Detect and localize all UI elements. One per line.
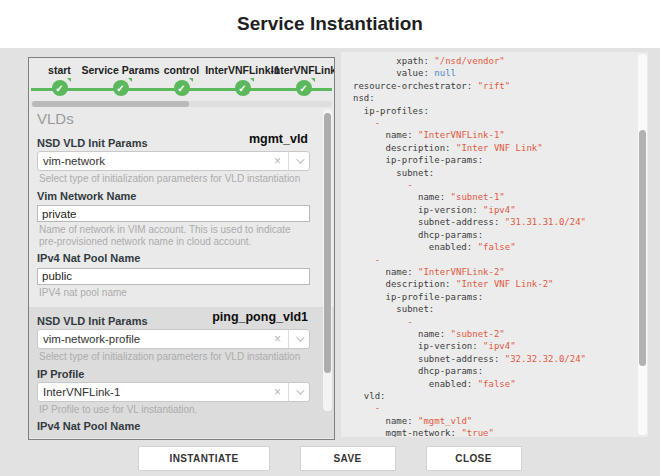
vim-network-name-input[interactable] bbox=[37, 205, 310, 222]
code-line: name: "subnet-2" bbox=[353, 328, 632, 340]
code-line: name: "InterVNFLink-2" bbox=[353, 266, 632, 278]
step-check-icon: ✓ bbox=[52, 80, 68, 96]
wizard-step-label: start bbox=[48, 64, 71, 78]
code-line: subnet-address: "32.32.32.0/24" bbox=[353, 353, 632, 365]
code-line: description: "Inter VNF Link-2" bbox=[353, 278, 632, 290]
step-check-icon: ✓ bbox=[174, 80, 190, 96]
clear-icon[interactable]: × bbox=[267, 152, 289, 170]
wizard-step-service-params[interactable]: Service Params✓ bbox=[90, 58, 151, 100]
form-field: Vim Network NameName of network in VIM a… bbox=[37, 190, 310, 248]
vlds-heading: VLDs bbox=[29, 107, 334, 129]
vld-section-mgmt-vld: mgmt_vldNSD VLD Init Paramsvim-network×S… bbox=[29, 129, 334, 307]
select-value: vim-network-profile bbox=[43, 333, 267, 345]
wizard-pager: <<PreviousNext>> bbox=[29, 438, 334, 439]
instantiate-button[interactable]: INSTANTIATE bbox=[138, 446, 269, 471]
field-label: IPv4 Nat Pool Name bbox=[37, 252, 310, 264]
close-button[interactable]: CLOSE bbox=[426, 446, 522, 471]
code-line: mgmt-network: "true" bbox=[353, 427, 632, 437]
wizard-step-intervnflink[interactable]: InterVNFLink✓ bbox=[273, 58, 334, 100]
clear-icon[interactable]: × bbox=[267, 330, 289, 348]
field-label: IP Profile bbox=[37, 368, 310, 380]
code-line: enabled: "false" bbox=[353, 241, 632, 253]
select-value: InterVNFLink-1 bbox=[43, 386, 267, 398]
wizard-step-label: Service Params bbox=[81, 64, 159, 78]
wizard-step-label: InterVNFLink-1 bbox=[205, 64, 280, 78]
save-button[interactable]: SAVE bbox=[300, 446, 396, 471]
code-line: nsd: bbox=[353, 92, 632, 104]
code-line: description: "Inter VNF Link" bbox=[353, 142, 632, 154]
footer-buttons: INSTANTIATESAVECLOSE bbox=[0, 446, 660, 471]
step-check-icon: ✓ bbox=[113, 80, 129, 96]
wizard-step-label: control bbox=[164, 64, 200, 78]
code-line: name: "InterVNFLink-1" bbox=[353, 129, 632, 141]
field-help: IP Profile to use for VL instantiation. bbox=[39, 404, 310, 416]
code-scrollbar[interactable] bbox=[638, 54, 647, 435]
wizard-step-intervnflink-1[interactable]: InterVNFLink-1✓ bbox=[212, 58, 273, 100]
code-line: - bbox=[353, 254, 632, 266]
field-help: Select type of initialization parameters… bbox=[39, 173, 310, 185]
code-line: vld: bbox=[353, 390, 632, 402]
code-content: xpath: "/nsd/vendor" value: nullresource… bbox=[341, 52, 648, 437]
code-line: subnet: bbox=[353, 303, 632, 315]
code-line: resource-orchestrator: "rift" bbox=[353, 80, 632, 92]
code-line: ip-version: "ipv4" bbox=[353, 340, 632, 352]
vld-sections: mgmt_vldNSD VLD Init Paramsvim-network×S… bbox=[29, 129, 334, 438]
code-line: ip-version: "ipv4" bbox=[353, 204, 632, 216]
vld-name-badge: mgmt_vld bbox=[249, 132, 308, 146]
step-check-icon: ✓ bbox=[235, 80, 251, 96]
chevron-down-icon[interactable] bbox=[289, 389, 309, 395]
vld-form-body: VLDs mgmt_vldNSD VLD Init Paramsvim-netw… bbox=[29, 107, 334, 439]
code-line: name: "subnet-1" bbox=[353, 191, 632, 203]
vertical-scrollbar-thumb[interactable] bbox=[324, 113, 331, 373]
vertical-scrollbar[interactable] bbox=[323, 109, 332, 411]
code-line: xpath: "/nsd/vendor" bbox=[353, 55, 632, 67]
nsd-vld-init-params-select[interactable]: vim-network× bbox=[37, 151, 310, 171]
vld-section-ping-pong-vld1: ping_pong_vld1NSD VLD Init Paramsvim-net… bbox=[29, 307, 334, 438]
code-line: - bbox=[353, 402, 632, 414]
form-field: IP ProfileInterVNFLink-1×IP Profile to u… bbox=[37, 368, 310, 416]
chevron-down-icon[interactable] bbox=[289, 158, 309, 164]
code-line: dhcp-params: bbox=[353, 229, 632, 241]
dialog-header: Service Instantiation bbox=[0, 0, 660, 48]
dialog-body: start✓Service Params✓control✓InterVNFLin… bbox=[0, 48, 660, 476]
field-help: Select type of initialization parameters… bbox=[39, 351, 310, 363]
code-line: enabled: "false" bbox=[353, 378, 632, 390]
nsd-vld-init-params-select[interactable]: vim-network-profile× bbox=[37, 329, 310, 349]
form-field: IPv4 Nat Pool NameIPV4 nat pool name bbox=[37, 252, 310, 298]
field-help: Name of network in VIM account. This is … bbox=[39, 224, 310, 247]
wizard-step-label: InterVNFLink bbox=[271, 64, 335, 78]
code-line: ip-profile-params: bbox=[353, 154, 632, 166]
code-line: - bbox=[353, 179, 632, 191]
chevron-down-icon[interactable] bbox=[289, 336, 309, 342]
code-line: subnet-address: "31.31.31.0/24" bbox=[353, 216, 632, 228]
code-line: ip-profile-params: bbox=[353, 291, 632, 303]
code-line: value: null bbox=[353, 67, 632, 79]
yaml-preview-panel: xpath: "/nsd/vendor" value: nullresource… bbox=[341, 52, 648, 437]
code-line: - bbox=[353, 316, 632, 328]
step-check-icon: ✓ bbox=[296, 80, 312, 96]
wizard-stepper: start✓Service Params✓control✓InterVNFLin… bbox=[29, 58, 334, 100]
clear-icon[interactable]: × bbox=[267, 383, 289, 401]
vld-form-panel: start✓Service Params✓control✓InterVNFLin… bbox=[28, 57, 335, 440]
select-value: vim-network bbox=[43, 155, 267, 167]
ipv4-nat-pool-name-input[interactable] bbox=[37, 268, 310, 285]
wizard-steps: start✓Service Params✓control✓InterVNFLin… bbox=[29, 58, 334, 100]
code-line: - bbox=[353, 117, 632, 129]
ip-profile-select[interactable]: InterVNFLink-1× bbox=[37, 382, 310, 402]
vld-name-badge: ping_pong_vld1 bbox=[212, 310, 308, 324]
page-title: Service Instantiation bbox=[237, 13, 423, 35]
field-label: Vim Network Name bbox=[37, 190, 310, 202]
field-help: IPV4 nat pool name bbox=[39, 287, 310, 299]
code-line: dhcp-params: bbox=[353, 365, 632, 377]
code-line: ip-profiles: bbox=[353, 105, 632, 117]
form-field: IPv4 Nat Pool Name bbox=[37, 420, 310, 432]
code-scrollbar-thumb[interactable] bbox=[639, 130, 646, 366]
wizard-step-control[interactable]: control✓ bbox=[151, 58, 212, 100]
code-line: name: "mgmt_vld" bbox=[353, 415, 632, 427]
code-line: subnet: bbox=[353, 167, 632, 179]
field-label: IPv4 Nat Pool Name bbox=[37, 420, 310, 432]
